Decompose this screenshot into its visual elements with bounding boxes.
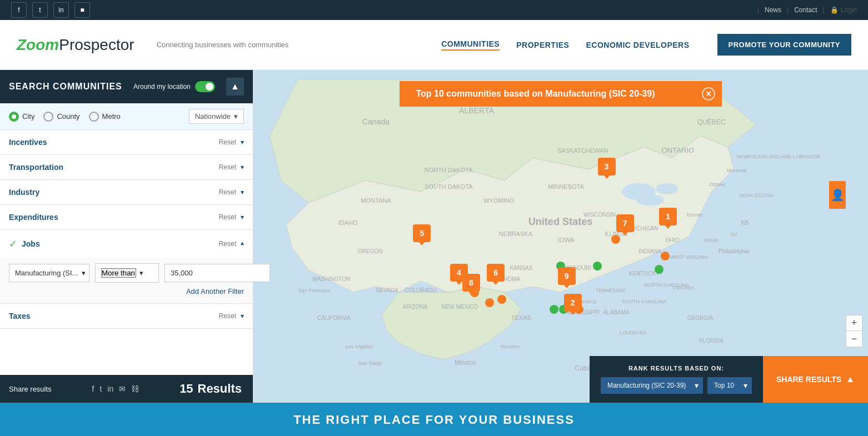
filter-incentives-header[interactable]: Incentives Reset ▾ <box>0 130 253 154</box>
location-dropdown[interactable]: Nationwide ▾ <box>189 109 244 124</box>
location-toggle-switch[interactable] <box>195 81 215 92</box>
share-link-icon[interactable]: ⛓ <box>131 384 139 393</box>
filter-taxes-title: Taxes <box>9 312 31 320</box>
add-filter-link[interactable]: Add Another Filter <box>9 283 244 295</box>
svg-text:QUÉBEC: QUÉBEC <box>697 118 726 126</box>
svg-text:GEORGIA: GEORGIA <box>687 315 714 321</box>
expenditures-reset[interactable]: Reset <box>219 213 236 221</box>
svg-text:NOVA SCOTIA: NOVA SCOTIA <box>739 193 774 198</box>
radio-city-circle <box>9 112 19 122</box>
map-svg: ALBERTA MANITOBA United States BRITISH C… <box>253 70 868 403</box>
login-button[interactable]: 🔒 Login <box>830 6 857 14</box>
jobs-industry-select-wrapper[interactable]: Manufacturing (SI... ▾ <box>9 264 89 282</box>
svg-text:ALABAMA: ALABAMA <box>603 309 630 315</box>
location-label: Around my location <box>133 83 191 91</box>
radio-county[interactable]: County <box>43 112 79 122</box>
share-results-button[interactable]: SHARE RESULTS ▲ <box>763 356 868 403</box>
social-links: f t in ■ <box>11 2 90 18</box>
svg-text:San Francisco: San Francisco <box>298 288 331 293</box>
filter-jobs-header[interactable]: ✓ Jobs Reset ▾ <box>0 230 253 258</box>
radio-county-label: County <box>57 112 79 121</box>
share-email-icon[interactable]: ✉ <box>119 384 126 393</box>
promote-button[interactable]: PROMOTE YOUR COMMUNITY <box>717 34 851 56</box>
filter-transportation-header[interactable]: Transportation Reset ▾ <box>0 155 253 179</box>
logo-prospector: Prospector <box>59 36 134 54</box>
svg-text:Cuba: Cuba <box>575 364 591 372</box>
svg-text:FLORIDA: FLORIDA <box>699 338 724 344</box>
jobs-filter-expanded: Manufacturing (SI... ▾ More than Less th… <box>0 258 253 303</box>
rank-industry-select[interactable]: Manufacturing (SIC 20-39) <box>601 377 703 394</box>
banner-close-button[interactable]: ✕ <box>702 87 715 101</box>
svg-text:TEXAS: TEXAS <box>511 314 531 321</box>
incentives-reset[interactable]: Reset <box>219 138 236 146</box>
rank-title: RANK RESULTS BASED ON: <box>601 365 752 372</box>
rank-box: RANK RESULTS BASED ON: Manufacturing (SI… <box>590 356 763 403</box>
taxes-reset[interactable]: Reset <box>219 312 236 320</box>
filter-industry-header[interactable]: Industry Reset ▾ <box>0 180 253 204</box>
map-pin-8[interactable]: 8 <box>462 274 480 292</box>
map-pin-5[interactable]: 5 <box>413 224 431 242</box>
radio-city-label: City <box>22 112 34 121</box>
map-pin-2[interactable]: 2 <box>564 294 582 312</box>
svg-text:Ottawa: Ottawa <box>709 182 726 187</box>
twitter-icon[interactable]: t <box>32 2 48 18</box>
svg-text:COLORADO: COLORADO <box>405 287 437 293</box>
bottom-footer: THE RIGHT PLACE FOR YOUR BUSINESS <box>0 403 868 436</box>
svg-text:NEW MEXICO: NEW MEXICO <box>441 304 478 310</box>
filter-taxes-actions: Reset ▾ <box>219 312 244 320</box>
news-link[interactable]: News <box>765 6 781 14</box>
svg-text:LOUISIANA: LOUISIANA <box>620 330 647 335</box>
map-area[interactable]: ALBERTA MANITOBA United States BRITISH C… <box>253 70 868 403</box>
svg-text:TENNESSEE: TENNESSEE <box>596 288 626 293</box>
map-pin-7[interactable]: 7 <box>616 214 634 232</box>
svg-text:SASKATCHEWAN: SASKATCHEWAN <box>557 147 608 154</box>
jobs-condition-select[interactable]: More than Less than Equal to <box>101 268 136 278</box>
results-count: 15 Results <box>179 382 244 396</box>
map-pin-6[interactable]: 6 <box>487 264 505 282</box>
svg-text:Montreal: Montreal <box>727 168 746 173</box>
nav-properties[interactable]: PROPERTIES <box>516 41 569 49</box>
filter-taxes-header[interactable]: Taxes Reset ▾ <box>0 304 253 328</box>
transportation-reset[interactable]: Reset <box>219 163 236 171</box>
filter-expenditures-header[interactable]: Expenditures Reset ▾ <box>0 205 253 229</box>
svg-text:Los Angeles: Los Angeles <box>346 344 373 349</box>
map-pin-1[interactable]: 1 <box>659 208 677 225</box>
zoom-in-button[interactable]: + <box>846 315 862 331</box>
radio-metro[interactable]: Metro <box>89 112 121 122</box>
svg-text:ARIZONA: ARIZONA <box>403 304 428 310</box>
svg-text:NEBRASKA: NEBRASKA <box>499 231 533 238</box>
location-dropdown-value: Nationwide <box>195 112 231 121</box>
collapse-button[interactable]: ▲ <box>226 78 244 96</box>
zoom-out-button[interactable]: − <box>846 331 862 347</box>
rss-icon[interactable]: ■ <box>74 2 90 18</box>
map-pin-3[interactable]: 3 <box>598 158 616 176</box>
taxes-chevron-icon: ▾ <box>241 312 244 320</box>
jobs-condition-select-wrapper[interactable]: More than Less than Equal to ▾ <box>95 263 159 283</box>
nav-communities[interactable]: COMMUNITIES <box>441 39 500 51</box>
share-linkedin-icon[interactable]: in <box>107 384 113 393</box>
contact-link[interactable]: Contact <box>794 6 817 14</box>
nav-economic-developers[interactable]: ECONOMIC DEVELOPERS <box>586 41 689 49</box>
radio-metro-circle <box>89 112 99 122</box>
radio-county-circle <box>43 112 53 122</box>
radio-city[interactable]: City <box>9 112 34 122</box>
rank-share-panel: RANK RESULTS BASED ON: Manufacturing (SI… <box>590 356 868 403</box>
facebook-icon[interactable]: f <box>11 2 27 18</box>
svg-text:NB: NB <box>741 220 749 226</box>
filter-jobs: ✓ Jobs Reset ▾ Manufacturing (SI... ▾ <box>0 230 253 304</box>
rank-top-select[interactable]: Top 10 Top 5 Top 20 <box>707 377 752 394</box>
industry-reset[interactable]: Reset <box>219 188 236 196</box>
jobs-value-input[interactable] <box>164 264 270 282</box>
map-pin-9[interactable]: 9 <box>558 267 576 285</box>
filter-expenditures: Expenditures Reset ▾ <box>0 205 253 230</box>
results-number: 15 <box>179 382 193 395</box>
map-dot-green-5 <box>655 265 664 274</box>
jobs-industry-select[interactable]: Manufacturing (SI... <box>15 269 78 277</box>
share-twitter-icon[interactable]: t <box>99 384 102 393</box>
jobs-reset[interactable]: Reset <box>219 240 236 248</box>
filter-transportation: Transportation Reset ▾ <box>0 155 253 180</box>
linkedin-icon[interactable]: in <box>53 2 69 18</box>
filter-expenditures-actions: Reset ▾ <box>219 213 244 221</box>
share-facebook-icon[interactable]: f <box>92 384 94 393</box>
jobs-industry-arrow-icon: ▾ <box>82 269 86 277</box>
